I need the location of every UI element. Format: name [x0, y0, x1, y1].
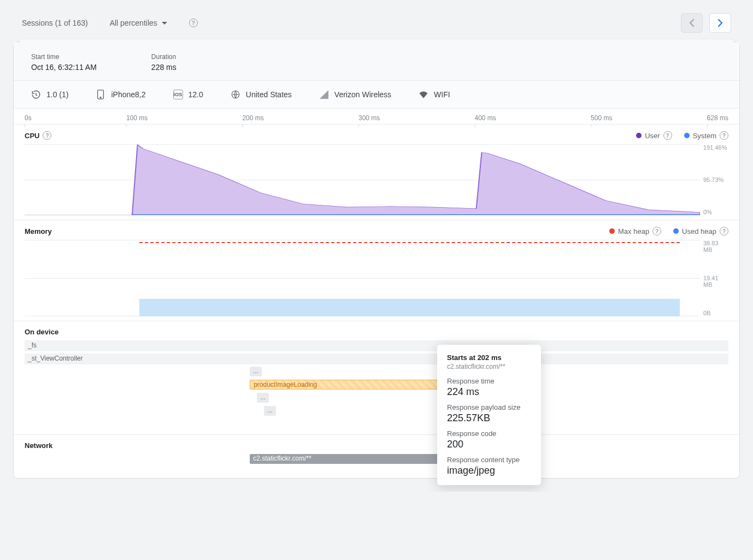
trace-row[interactable]: ...	[25, 419, 728, 430]
legend-max-heap: Max heap ?	[609, 227, 661, 235]
svg-point-1	[101, 97, 102, 98]
network-tooltip: Starts at 202 ms c2.staticflickr.com/** …	[437, 345, 541, 485]
trace-row[interactable]: ...	[25, 393, 728, 404]
help-icon[interactable]: ?	[720, 227, 728, 235]
ios-icon: iOS	[173, 90, 183, 99]
duration-label: Duration	[151, 53, 177, 61]
memory-chart[interactable]	[25, 240, 700, 316]
network-row[interactable]: c2.staticflickr.com/**	[25, 454, 728, 465]
legend-user: User ?	[636, 131, 672, 140]
dot-icon	[636, 133, 642, 138]
trace-row[interactable]: productImageLoading	[25, 380, 728, 391]
help-icon[interactable]: ?	[43, 131, 51, 140]
help-icon[interactable]: ?	[652, 227, 661, 235]
meta-carrier: Verizon Wireless	[319, 90, 391, 99]
memory-title: Memory	[25, 227, 52, 235]
chevron-down-icon	[162, 22, 167, 25]
phone-icon	[96, 90, 105, 99]
dot-icon	[684, 133, 690, 138]
chevron-right-icon	[717, 19, 723, 27]
percentiles-dropdown[interactable]: All percentiles	[110, 19, 167, 27]
network-section: Network c2.staticflickr.com/**	[14, 435, 739, 478]
session-card: Start time Oct 16, 6:32:11 AM Duration 2…	[13, 42, 740, 479]
meta-network: WIFI	[419, 90, 450, 99]
trace-row[interactable]: ...	[25, 406, 728, 417]
meta-os: iOS 12.0	[173, 90, 203, 99]
ondevice-title: On device	[25, 328, 58, 336]
signal-icon	[319, 90, 329, 99]
wifi-icon	[419, 90, 428, 99]
session-meta: 1.0 (1) iPhone8,2 iOS 12.0 United States…	[14, 81, 739, 109]
duration-value: 228 ms	[151, 63, 177, 72]
session-header: Start time Oct 16, 6:32:11 AM Duration 2…	[14, 42, 739, 81]
cpu-section: CPU ? User ? System ?	[14, 125, 739, 220]
next-session-button[interactable]	[709, 13, 731, 33]
history-icon	[31, 90, 41, 99]
meta-version: 1.0 (1)	[31, 90, 68, 99]
help-icon[interactable]: ?	[663, 131, 672, 140]
chevron-left-icon	[689, 19, 695, 27]
trace-row[interactable]: ...	[25, 367, 728, 378]
cpu-chart[interactable]	[25, 144, 700, 215]
help-icon[interactable]: ?	[720, 131, 728, 140]
network-title: Network	[25, 441, 52, 450]
ondevice-section: On device _fs _st_ViewController ... pro…	[14, 321, 739, 435]
memory-section: Memory Max heap ? Used heap ?	[14, 220, 739, 321]
prev-session-button[interactable]	[681, 13, 703, 33]
meta-country: United States	[231, 90, 292, 99]
start-time-value: Oct 16, 6:32:11 AM	[31, 63, 97, 72]
legend-used-heap: Used heap ?	[673, 227, 728, 235]
globe-icon	[231, 90, 240, 99]
help-icon[interactable]: ?	[189, 19, 198, 27]
dot-icon	[673, 228, 679, 234]
timeline-ruler: 0s 100 ms 200 ms 300 ms 400 ms 500 ms 62…	[14, 109, 739, 125]
topbar: Sessions (1 of 163) All percentiles ?	[13, 13, 740, 42]
dot-icon	[609, 228, 615, 234]
trace-row[interactable]: _fs	[25, 340, 728, 351]
cpu-title: CPU	[25, 132, 39, 140]
start-time-label: Start time	[31, 53, 97, 61]
percentiles-label: All percentiles	[110, 19, 157, 27]
meta-device: iPhone8,2	[96, 90, 145, 99]
sessions-label: Sessions (1 of 163)	[22, 19, 88, 27]
trace-row[interactable]: _st_ViewController	[25, 353, 728, 364]
session-nav	[681, 13, 731, 33]
legend-system: System ?	[684, 131, 728, 140]
